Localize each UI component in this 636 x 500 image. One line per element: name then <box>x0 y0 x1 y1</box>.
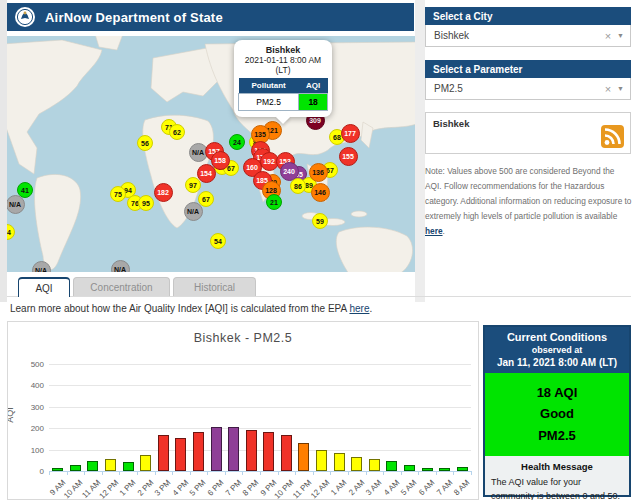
map-marker[interactable]: 59 <box>312 213 328 229</box>
chart-gridline <box>49 364 471 365</box>
chart-title: Bishkek - PM2.5 <box>8 331 478 345</box>
chart-bar[interactable] <box>439 468 450 471</box>
chart-bar[interactable] <box>123 462 134 471</box>
chart-y-tick-label: 200 <box>10 424 44 433</box>
select-parameter-header: Select a Parameter <box>425 60 631 78</box>
map-marker[interactable]: 86 <box>290 178 306 194</box>
chart-x-tick <box>207 471 208 475</box>
chart-x-tick <box>190 471 191 475</box>
chart-bar[interactable] <box>246 430 257 471</box>
popup-city: Bishkek <box>238 45 328 55</box>
chart-y-tick-label: 0 <box>10 467 44 476</box>
city-clear-icon[interactable]: × <box>599 30 617 42</box>
chart-x-tick <box>260 471 261 475</box>
chart-bar[interactable] <box>158 435 169 471</box>
chart-x-tick <box>137 471 138 475</box>
chart-bar[interactable] <box>298 443 309 471</box>
chart-gridline <box>49 450 471 451</box>
select-city-header: Select a City <box>425 7 631 25</box>
chart-bar[interactable] <box>228 427 239 471</box>
tab-historical[interactable]: Historical <box>173 277 256 297</box>
parameter-select-value: PM2.5 <box>434 83 599 94</box>
chart-bar[interactable] <box>140 455 151 471</box>
chart-bar[interactable] <box>211 427 222 471</box>
popup-timezone: (LT) <box>238 65 328 75</box>
learn-more-text: Learn more about how the Air Quality Ind… <box>10 303 372 314</box>
observed-datetime: Jan 11, 2021 8:00 AM (LT) <box>487 357 627 368</box>
map-marker[interactable]: 136 <box>309 163 328 182</box>
chart-bar[interactable] <box>404 465 415 471</box>
aqi-bar-chart: Bishkek - PM2.5 AQI 01002003004005009 AM… <box>7 321 479 500</box>
chart-x-tick <box>418 471 419 475</box>
chart-bar[interactable] <box>193 432 204 471</box>
chart-x-tick <box>172 471 173 475</box>
map-marker[interactable]: 177 <box>341 124 360 143</box>
rss-icon[interactable] <box>601 125 624 148</box>
map-marker[interactable]: 21 <box>266 194 282 210</box>
map-marker[interactable]: N/A <box>7 195 25 214</box>
chart-x-tick <box>119 471 120 475</box>
popup-pollutant-value: PM2.5 <box>239 94 299 111</box>
select-parameter-label: Select a Parameter <box>433 64 523 75</box>
chart-bar[interactable] <box>175 438 186 471</box>
parameter-select[interactable]: PM2.5 × ▼ <box>425 78 631 100</box>
chart-x-tick <box>102 471 103 475</box>
map-marker[interactable]: 146 <box>311 183 330 202</box>
current-conditions-header: Current Conditions observed at Jan 11, 2… <box>485 327 629 373</box>
map-marker[interactable]: N/A <box>111 260 130 273</box>
chart-bar[interactable] <box>316 450 327 471</box>
tab-aqi[interactable]: AQI <box>18 277 70 297</box>
chart-bar[interactable] <box>87 461 98 471</box>
parameter-clear-icon[interactable]: × <box>599 83 617 95</box>
current-aqi-pollutant: PM2.5 <box>485 425 629 446</box>
city-caret-icon[interactable]: ▼ <box>617 32 624 39</box>
chart-bar[interactable] <box>422 468 433 471</box>
chart-bar[interactable] <box>386 461 397 471</box>
note-here-link[interactable]: here <box>425 226 443 236</box>
parameter-caret-icon[interactable]: ▼ <box>617 85 624 92</box>
learn-more-here-link[interactable]: here <box>349 303 369 314</box>
map-marker[interactable]: 24 <box>229 134 245 150</box>
map-marker[interactable]: 155 <box>339 147 358 166</box>
chart-x-tick <box>401 471 402 475</box>
map-marker[interactable]: 54 <box>210 233 226 249</box>
map-marker[interactable]: 75 <box>110 186 126 202</box>
popup-datetime: 2021-01-11 8:00 AM <box>238 55 328 65</box>
select-city-label: Select a City <box>433 11 492 22</box>
chart-bar[interactable] <box>457 467 468 471</box>
city-select[interactable]: Bishkek × ▼ <box>425 25 631 47</box>
map-marker[interactable]: 56 <box>137 135 153 151</box>
map-marker[interactable]: N/A <box>184 202 203 221</box>
map-marker[interactable]: 97 <box>185 177 201 193</box>
current-conditions-title: Current Conditions <box>487 331 627 343</box>
health-message-title: Health Message <box>491 461 623 472</box>
chart-bar[interactable] <box>52 468 63 471</box>
map-marker[interactable]: 62 <box>169 124 185 140</box>
chart-x-tick <box>383 471 384 475</box>
tab-concentration[interactable]: Concentration <box>73 277 170 297</box>
feed-city-label: Bishkek <box>433 118 469 129</box>
note-text: Note: Values above 500 are considered Be… <box>425 166 631 221</box>
chart-bar[interactable] <box>263 432 274 471</box>
tab-historical-label: Historical <box>194 282 235 293</box>
chart-x-tick <box>348 471 349 475</box>
chart-x-tick <box>453 471 454 475</box>
chart-bar[interactable] <box>281 435 292 471</box>
beyond-aqi-note: Note: Values above 500 are considered Be… <box>425 164 632 239</box>
chart-x-tick <box>330 471 331 475</box>
chart-bar[interactable] <box>105 459 116 471</box>
chart-bar[interactable] <box>334 453 345 471</box>
chart-bar[interactable] <box>351 457 362 471</box>
map-marker[interactable]: 182 <box>154 183 173 202</box>
chart-x-tick <box>313 471 314 475</box>
learn-more-suffix: . <box>369 303 372 314</box>
chart-bar[interactable] <box>70 465 81 471</box>
map-popup: Bishkek 2021-01-11 8:00 AM (LT) Pollutan… <box>234 40 332 117</box>
map-marker[interactable]: 95 <box>138 195 154 211</box>
chart-y-tick-label: 500 <box>10 360 44 369</box>
world-aqi-map[interactable]: N/A9367157158154971829475769567N/A567162… <box>7 36 415 272</box>
chart-x-tick <box>436 471 437 475</box>
chart-bar[interactable] <box>369 459 380 471</box>
chart-x-tick <box>225 471 226 475</box>
health-message-block: Health Message The AQI value for your co… <box>485 456 629 500</box>
